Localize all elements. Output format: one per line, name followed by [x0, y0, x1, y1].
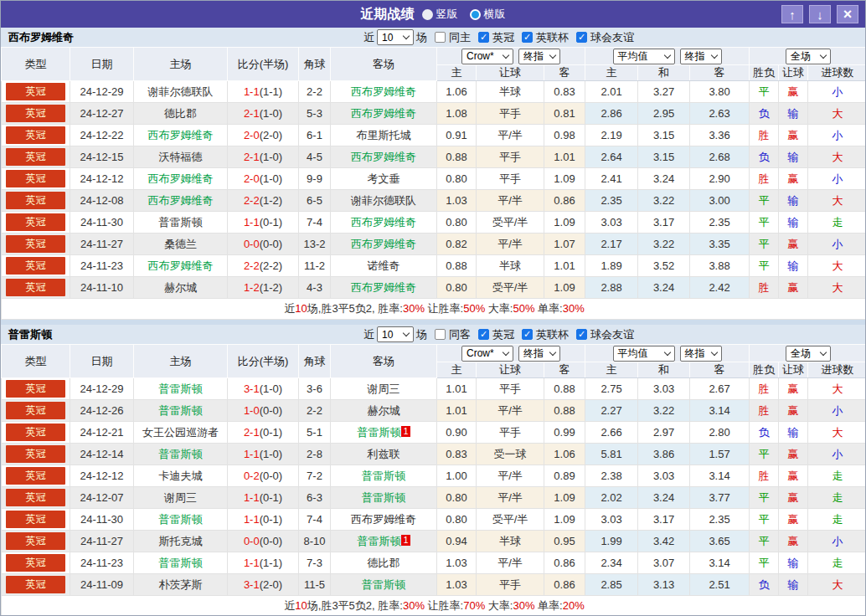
result-goals-cell: 走	[808, 509, 866, 531]
odds-home: 0.80	[437, 509, 477, 531]
result-asian-cell: 输	[779, 552, 808, 574]
odds-home: 0.80	[437, 487, 477, 509]
halftime-score: (1-1)	[260, 557, 282, 569]
league-badge: 英冠	[6, 257, 65, 275]
avg-away: 2.51	[690, 574, 750, 596]
halftime-score: (0-1)	[260, 491, 282, 504]
league-checkbox-championship[interactable]: ✓	[478, 32, 489, 43]
result-goals: 小	[832, 238, 843, 250]
avg-away: 2.68	[690, 146, 750, 168]
col-header-handicap: 让球	[477, 65, 544, 81]
odds-home: 1.03	[437, 574, 477, 596]
fulltime-score: 1-0	[244, 404, 260, 417]
home-team-cell: 赫尔城	[134, 277, 228, 299]
summary-segment: 30%	[403, 599, 425, 612]
avg-final-select[interactable]: 终指	[680, 49, 722, 64]
same-venue-checkbox[interactable]	[435, 32, 446, 43]
match-row: 英冠24-11-10赫尔城1-2(1-2)4-3西布罗姆维奇0.80受平/半1.…	[2, 277, 866, 299]
col-header-home: 主场	[134, 48, 228, 81]
avg-odds-select[interactable]: 平均值	[613, 346, 675, 362]
result-outcome: 胜	[759, 129, 770, 141]
away-team-cell: 西布罗姆维奇	[331, 509, 437, 531]
away-team: 利兹联	[368, 448, 400, 460]
avg-draw: 3.22	[638, 190, 690, 212]
odds-company-select[interactable]: Crow*	[461, 346, 513, 362]
col-header-avg-draw: 和	[638, 362, 690, 378]
summary-segment: 50%	[463, 302, 485, 315]
col-header-odds-home: 主	[437, 65, 477, 81]
result-asian: 赢	[788, 491, 799, 504]
result-outcome: 平	[759, 448, 770, 460]
close-button[interactable]: ×	[837, 5, 858, 23]
same-venue-checkbox[interactable]	[435, 329, 446, 340]
summary-segment: 单率:	[534, 302, 562, 315]
league-checkbox-friendly[interactable]: ✓	[576, 32, 587, 43]
halftime-score: (1-1)	[260, 85, 282, 98]
games-count-select[interactable]: 10	[377, 326, 414, 342]
col-header-avg-away: 客	[690, 362, 750, 378]
odds-handicap: 半球	[477, 531, 544, 552]
home-team: 西布罗姆维奇	[148, 259, 214, 272]
odds-away: 1.09	[544, 168, 585, 190]
col-header-type: 类型	[2, 345, 70, 378]
avg-home: 2.64	[585, 146, 638, 168]
score-cell: 1-1(0-1)	[228, 212, 299, 234]
col-header-avg-draw: 和	[638, 65, 690, 81]
home-team-cell: 桑德兰	[134, 234, 228, 255]
league-badge: 英冠	[6, 554, 65, 572]
avg-home: 1.89	[585, 255, 638, 277]
league-type-cell: 英冠	[2, 277, 70, 299]
avg-odds-select[interactable]: 平均值	[613, 49, 675, 64]
match-date: 24-11-10	[70, 277, 134, 299]
score-cell: 2-0(1-0)	[228, 168, 299, 190]
avg-away: 2.67	[690, 378, 750, 400]
odds-home: 0.88	[437, 255, 477, 277]
check-icon: ✓	[523, 33, 531, 42]
odds-home: 0.91	[437, 125, 477, 146]
scope-select[interactable]: 全场	[786, 346, 831, 362]
avg-final-select[interactable]: 终指	[680, 346, 722, 362]
move-down-button[interactable]: ↓	[809, 5, 831, 23]
corners-cell: 5-1	[299, 422, 331, 444]
move-up-button[interactable]: ↑	[781, 5, 803, 23]
odds-home: 1.00	[437, 465, 477, 487]
scope-select[interactable]: 全场	[786, 49, 831, 64]
league-checkbox-efl-cup[interactable]: ✓	[522, 32, 533, 43]
odds-company-select[interactable]: Crow*	[461, 49, 513, 64]
odds-final-select[interactable]: 终指	[518, 346, 560, 362]
league-badge: 英冠	[6, 192, 65, 209]
odds-home: 0.80	[437, 168, 477, 190]
league-checkbox-efl-cup[interactable]: ✓	[522, 329, 533, 340]
halftime-score: (1-2)	[260, 281, 282, 294]
avg-draw: 3.24	[638, 168, 690, 190]
home-team-cell: 西布罗姆维奇	[134, 255, 228, 277]
radio-horizontal-layout[interactable]: 横版	[470, 7, 506, 22]
league-badge: 英冠	[6, 105, 65, 122]
col-header-asian: 让球	[779, 362, 808, 378]
odds-final-select[interactable]: 终指	[518, 49, 560, 64]
odds-home: 0.88	[437, 146, 477, 168]
avg-away: 2.35	[690, 212, 750, 234]
score-cell: 1-0(0-0)	[228, 400, 299, 422]
radio-vertical-layout[interactable]: 竖版	[422, 7, 458, 22]
league-badge: 英冠	[6, 489, 65, 506]
chevron-down-icon	[549, 51, 556, 58]
result-outcome-cell: 平	[750, 255, 779, 277]
odds-handicap: 平手	[477, 574, 544, 596]
league-checkbox-championship[interactable]: ✓	[478, 329, 489, 340]
fulltime-score: 1-1	[244, 491, 260, 504]
home-team-cell: 普雷斯顿	[134, 509, 228, 531]
match-row: 英冠24-11-30普雷斯顿1-1(0-1)7-4西布罗姆维奇0.80受平/半1…	[2, 509, 866, 531]
corners-cell: 11-5	[299, 574, 331, 596]
home-team-cell: 谢周三	[134, 487, 228, 509]
league-checkbox-friendly[interactable]: ✓	[576, 329, 587, 340]
league-type-cell: 英冠	[2, 509, 70, 531]
odds-away: 0.95	[544, 531, 585, 552]
odds-home: 1.08	[437, 103, 477, 125]
recent-results-window: 近期战绩 竖版 横版 ↑ ↓ × 西布罗姆维奇 近 10	[0, 0, 866, 616]
close-icon: ×	[843, 7, 853, 22]
odds-away: 0.88	[544, 378, 585, 400]
games-count-select[interactable]: 10	[377, 29, 414, 45]
halftime-score: (0-1)	[260, 216, 282, 228]
avg-home: 2.66	[585, 422, 638, 444]
